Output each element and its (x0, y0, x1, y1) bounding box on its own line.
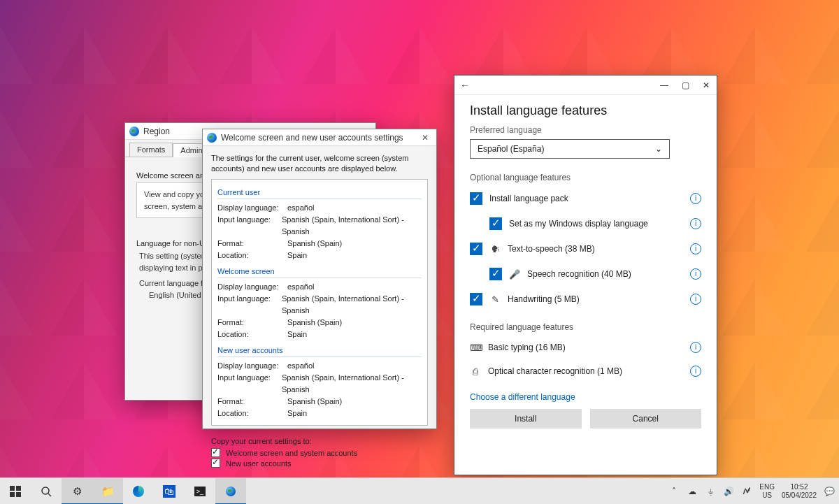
taskbar-settings[interactable]: ⚙ (62, 478, 92, 505)
store-icon: 🛍 (163, 485, 175, 498)
optional-features-label: Optional language features (470, 173, 701, 182)
svg-rect-0 (10, 486, 15, 491)
globe-icon (129, 127, 139, 136)
feature-set-display: Set as my Windows display language (509, 219, 683, 229)
feature-tts: Text-to-speech (38 MB) (508, 244, 683, 254)
info-icon[interactable]: i (690, 193, 701, 204)
taskbar-explorer[interactable]: 📁 (92, 478, 123, 505)
feature-handwriting: Handwriting (5 MB) (508, 294, 683, 304)
k-display: Display language: (217, 202, 287, 214)
welcome-settings-dialog: Welcome screen and new user accounts set… (202, 129, 437, 429)
folder-icon: 📁 (101, 485, 115, 498)
tab-formats[interactable]: Formats (129, 143, 173, 157)
gear-icon: ⚙ (73, 485, 82, 498)
cancel-button[interactable]: Cancel (590, 409, 702, 429)
checkbox-tts[interactable] (470, 243, 482, 255)
required-features-label: Required language features (470, 322, 701, 332)
info-icon[interactable]: i (690, 342, 701, 353)
taskbar: ⚙ 📁 🛍 >_ ˄ ☁ ⏚ 🔊 🗲 ENG US 10:52 05/04/20… (0, 477, 839, 504)
info-icon[interactable]: i (690, 218, 701, 229)
section-welcome: Welcome screen (217, 266, 422, 278)
taskbar-intl[interactable] (215, 478, 246, 505)
maximize-button[interactable]: ▢ (675, 80, 696, 90)
choose-different-language-link[interactable]: Choose a different language (470, 392, 575, 402)
close-icon[interactable]: ✕ (418, 133, 432, 143)
taskbar-terminal[interactable]: >_ (185, 478, 215, 505)
terminal-icon: >_ (194, 487, 206, 496)
checkbox-set-display[interactable] (489, 217, 502, 230)
keyboard-icon: ⌨ (470, 343, 481, 353)
start-button[interactable] (0, 478, 31, 505)
checkbox-new-user[interactable] (211, 459, 220, 468)
back-button[interactable]: ← (454, 80, 475, 91)
v-display: español (287, 202, 315, 214)
checkbox-speech[interactable] (489, 268, 502, 280)
info-icon[interactable]: i (690, 268, 701, 280)
feature-speech: Speech recognition (40 MB) (527, 269, 683, 279)
chevron-down-icon: ⌄ (655, 144, 662, 154)
v-location: Spain (287, 250, 307, 261)
k-input: Input language: (217, 214, 282, 238)
language-indicator[interactable]: ENG US (759, 483, 775, 499)
copy-label: Copy your current settings to: (211, 437, 428, 445)
checkbox-language-pack[interactable] (470, 192, 482, 205)
svg-rect-3 (16, 492, 21, 497)
svg-line-5 (48, 494, 51, 496)
onedrive-icon[interactable]: ☁ (687, 487, 698, 496)
handwriting-icon: ✎ (489, 294, 501, 305)
ilf-title: Install language features (470, 103, 701, 118)
edge-icon (133, 486, 144, 497)
network-icon[interactable]: ⏚ (705, 487, 716, 496)
preferred-language-label: Preferred language (470, 125, 701, 135)
settings-listing: Current user Display language:español In… (211, 179, 428, 426)
ocr-icon: ⎙ (470, 366, 481, 377)
copy-new-label: New user accounts (226, 459, 292, 468)
preferred-language-dropdown[interactable]: Español (España) ⌄ (470, 139, 670, 159)
preferred-language-value: Español (España) (478, 144, 544, 154)
info-icon[interactable]: i (690, 366, 701, 377)
tts-icon: 🗣 (489, 244, 501, 254)
taskbar-store[interactable]: 🛍 (154, 478, 185, 505)
svg-rect-1 (16, 486, 21, 491)
feature-language-pack: Install language pack (489, 194, 683, 203)
install-button[interactable]: Install (470, 409, 582, 429)
svg-rect-2 (10, 492, 15, 497)
search-button[interactable] (31, 478, 62, 505)
checkbox-welcome-system[interactable] (211, 448, 220, 457)
k-location: Location: (217, 250, 287, 261)
section-current-user: Current user (217, 187, 422, 199)
checkbox-handwriting[interactable] (470, 293, 482, 305)
wsd-description: The settings for the current user, welco… (211, 153, 428, 175)
system-tray: ˄ ☁ ⏚ 🔊 🗲 ENG US 10:52 05/04/2022 💬 (668, 483, 839, 499)
clock[interactable]: 10:52 05/04/2022 (782, 483, 817, 499)
minimize-button[interactable]: — (654, 80, 675, 90)
v-input: Spanish (Spain, International Sort) - Sp… (282, 214, 422, 238)
info-icon[interactable]: i (690, 243, 701, 254)
globe-icon (226, 487, 236, 496)
microphone-icon: 🎤 (509, 269, 520, 280)
v-format: Spanish (Spain) (287, 238, 342, 250)
tray-chevron-icon[interactable]: ˄ (668, 487, 680, 496)
action-center-icon[interactable]: 💬 (824, 487, 835, 496)
required-typing: Basic typing (16 MB) (488, 343, 683, 352)
copy-welcome-label: Welcome screen and system accounts (226, 449, 357, 457)
required-ocr: Optical character recognition (1 MB) (488, 366, 683, 376)
svg-point-4 (42, 487, 49, 494)
volume-icon[interactable]: 🔊 (723, 487, 734, 496)
close-button[interactable]: ✕ (696, 80, 717, 90)
k-format: Format: (217, 238, 287, 250)
section-newuser: New user accounts (217, 345, 422, 357)
battery-icon[interactable]: 🗲 (741, 487, 752, 496)
install-language-features-panel: ← — ▢ ✕ Install language features Prefer… (454, 75, 717, 475)
info-icon[interactable]: i (690, 294, 701, 305)
taskbar-edge[interactable] (123, 478, 154, 505)
wsd-title: Welcome screen and new user accounts set… (221, 133, 414, 143)
globe-icon (207, 133, 217, 143)
